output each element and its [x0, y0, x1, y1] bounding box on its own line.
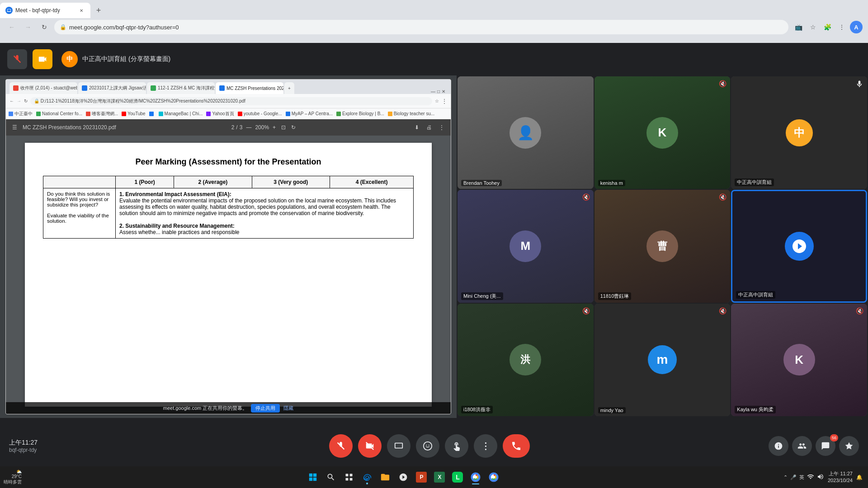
more-options-button[interactable]: ⋮ — [474, 434, 497, 458]
present-button[interactable] — [387, 434, 410, 458]
bookmark-facebook[interactable] — [149, 112, 155, 116]
inner-more-btn[interactable]: ⋮ — [442, 98, 447, 104]
people-button[interactable] — [792, 436, 812, 456]
participant-name-i1808: i1808洪薇非 — [461, 406, 493, 413]
participant-tile-i1808[interactable]: 洪 🔇 i1808洪薇非 — [458, 304, 594, 416]
file-explorer-taskbar-icon[interactable] — [377, 469, 393, 485]
bookmark-explore-bio[interactable]: Explore Biology | B... — [336, 111, 384, 116]
pdf-zoom-in-btn[interactable]: + — [271, 123, 278, 131]
participant-tile-admin[interactable]: 中 中正高中訓育組 — [731, 76, 867, 189]
chrome-taskbar-icon-2[interactable] — [486, 469, 502, 485]
participant-tile-mini[interactable]: M 🔇 Mini Cheng (美... — [458, 190, 594, 302]
language-indicator: 英 — [799, 474, 804, 481]
participant-tile-mindy[interactable]: m 🔇 mindy Yao — [594, 304, 731, 416]
emoji-button[interactable] — [416, 434, 439, 458]
bookmark-yahoo[interactable]: Yahoo首頁 — [206, 111, 234, 117]
camera-button[interactable] — [358, 434, 382, 458]
bookmark-web[interactable]: 嗜客臺灣網... — [86, 111, 118, 117]
pdf-print-btn[interactable]: 🖨 — [425, 123, 434, 131]
bookmark-bio-teacher[interactable]: Biology teacher su... — [388, 111, 435, 116]
media-player-taskbar-icon[interactable] — [395, 469, 411, 485]
window-close-btn[interactable]: ✕ — [442, 89, 445, 94]
inner-tab-course[interactable]: 112-1 ZZSH & MC 海洋課程堂... — [147, 82, 215, 94]
tab-close-button[interactable]: ✕ — [78, 7, 85, 14]
active-tab[interactable]: Meet - bqf-qtpr-tdy ✕ — [0, 3, 90, 18]
bookmark-managebac[interactable]: ManageBac | Chi... — [159, 111, 203, 116]
tray-arrow[interactable]: ⌃ — [783, 474, 788, 480]
reload-button[interactable]: ↻ — [38, 21, 51, 33]
participant-tile-brendan[interactable]: 👤 Brendan Toohey — [458, 76, 594, 189]
pdf-fit-page-btn[interactable]: ⊡ — [279, 123, 288, 131]
participant-tile-kenisha[interactable]: K 🔇 kenisha m — [594, 76, 731, 189]
end-call-button[interactable] — [503, 434, 530, 458]
more-button[interactable]: ⋮ — [835, 21, 848, 33]
bookmark-button[interactable]: ☆ — [807, 21, 819, 33]
search-button[interactable] — [323, 469, 339, 485]
bookmark-national-center[interactable]: National Center fo... — [36, 111, 82, 116]
volume-icon — [817, 473, 824, 481]
inner-bookmark-star[interactable]: ☆ — [435, 99, 439, 103]
window-min-btn[interactable]: — — [431, 89, 435, 94]
bookmark-youtube[interactable]: YouTube — [122, 111, 145, 116]
line-taskbar-icon[interactable]: L — [449, 469, 466, 485]
forward-button[interactable]: → — [22, 21, 34, 33]
table-cell-criteria: 1. Environmental Impact Assessment (EIA)… — [116, 188, 414, 239]
inner-reload-btn[interactable]: ↻ — [24, 99, 28, 103]
inner-tab-mail[interactable]: 收件匣 (2,014) - stuact@web... — [9, 82, 77, 94]
pdf-download-btn[interactable]: ⬇ — [413, 123, 421, 131]
address-box[interactable]: 🔒 meet.google.com/bqf-qtpr-tdy?authuser=… — [54, 20, 788, 34]
info-button[interactable] — [769, 436, 788, 456]
back-button[interactable]: ← — [5, 21, 18, 33]
hide-sharing-button[interactable]: 隱藏 — [283, 405, 293, 412]
stop-sharing-button[interactable]: 停止共用 — [251, 404, 280, 413]
pdf-more-btn[interactable]: ⋮ — [437, 123, 446, 131]
participant-tile-admin2[interactable]: 中正高中訓育組 — [731, 190, 867, 302]
meet-controls-bar: 上午11:27 bqf-qtpr-tdy ⋮ — [0, 426, 868, 466]
assessment-table: 1 (Poor) 2 (Average) 3 (Very good) 4 (Ex… — [43, 176, 414, 239]
window-max-btn[interactable]: □ — [437, 89, 440, 94]
taskbar-center: P X L — [29, 469, 778, 485]
start-button[interactable] — [305, 469, 321, 485]
raise-hand-button[interactable] — [445, 434, 468, 458]
meet-video-button[interactable] — [33, 49, 52, 69]
mute-icon-kenisha: 🔇 — [719, 80, 726, 87]
inner-tab-mc-active[interactable]: MC ZZSH Presentations 2023... — [216, 82, 283, 94]
excel-taskbar-icon[interactable]: X — [431, 469, 448, 485]
bookmark-myap[interactable]: MyAP – AP Centra... — [286, 111, 333, 116]
cast-button[interactable]: 📺 — [792, 21, 805, 33]
mute-button[interactable] — [329, 434, 353, 458]
chrome-taskbar-icon-active[interactable] — [467, 469, 484, 485]
inner-forward-btn[interactable]: → — [17, 99, 21, 103]
bookmark-favicon-myap — [286, 112, 290, 116]
bookmark-zhongzheng[interactable]: 中正臺中 — [9, 111, 33, 117]
new-tab-button[interactable]: + — [92, 4, 105, 17]
chat-badge: 56 — [830, 434, 838, 441]
extensions-button[interactable]: 🧩 — [821, 21, 834, 33]
edge-taskbar-icon[interactable] — [359, 469, 375, 485]
presenter-info: 中 中正高中訓育組 (分享螢幕畫面) — [61, 51, 170, 67]
meet-time-section: 上午11:27 bqf-qtpr-tdy — [0, 439, 99, 453]
participant-tile-kayla[interactable]: K 🔇 Kayla wu 吳昀柔 — [731, 304, 867, 416]
powerpoint-taskbar-icon[interactable]: P — [413, 469, 429, 485]
meet-mute-button[interactable] — [7, 49, 27, 69]
mute-icon-i1808: 🔇 — [582, 307, 590, 314]
participant-tile-11810[interactable]: 曹 🔇 11810曹鈺琳 — [594, 190, 731, 302]
inner-url-box[interactable]: 🔒 D:/112-1%20118海洋%20台灣海洋課程%20經濟/MC%20ZZ… — [30, 97, 432, 105]
pdf-rotate-btn[interactable]: ↻ — [289, 123, 297, 131]
clock-display[interactable]: 上午 11:27 2023/10/24 — [828, 470, 853, 484]
chat-button[interactable]: 56 — [816, 436, 835, 456]
inner-back-btn[interactable]: ← — [9, 99, 14, 103]
lock-icon: 🔒 — [60, 24, 66, 30]
activities-button[interactable] — [839, 436, 859, 456]
inner-tab-jigsaw[interactable]: 20231017上課大綱 Jigsaw活動... — [78, 82, 146, 94]
bookmark-youtube-search[interactable]: youtube - Google... — [238, 111, 282, 116]
pdf-menu-btn[interactable]: ☰ — [10, 123, 19, 131]
sharing-text: meet.google.com 正在共用你的螢幕。 — [163, 405, 247, 412]
notification-btn[interactable]: 🔔 — [856, 474, 863, 480]
task-view-button[interactable] — [341, 469, 357, 485]
table-header-average: 2 (Average) — [174, 176, 252, 188]
profile-button[interactable]: A — [850, 21, 863, 33]
pdf-zoom-out-btn[interactable]: — — [244, 123, 253, 131]
tab-favicon-mail — [13, 85, 19, 91]
inner-tab-new[interactable]: + — [284, 82, 294, 94]
